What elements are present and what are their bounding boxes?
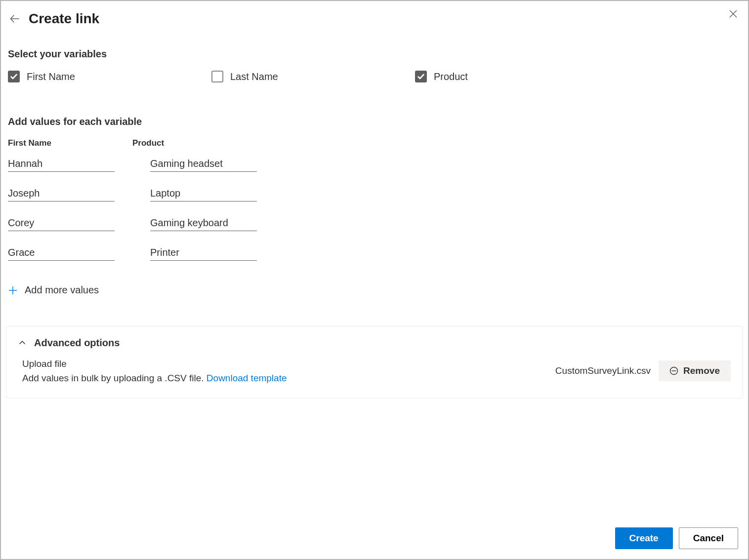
advanced-options-title: Advanced options — [34, 337, 120, 349]
first-name-input[interactable] — [8, 155, 115, 172]
checkbox-last-name[interactable] — [211, 71, 223, 82]
add-more-label: Add more values — [25, 284, 99, 296]
product-input[interactable] — [150, 185, 257, 201]
variable-label: Product — [434, 71, 468, 82]
remove-icon — [669, 366, 678, 375]
advanced-options-panel: Advanced options Upload file Add values … — [6, 326, 743, 399]
footer: Create Cancel — [615, 527, 738, 549]
advanced-options-toggle[interactable]: Advanced options — [18, 337, 731, 349]
checkmark-icon — [417, 73, 425, 80]
column-header-first-name: First Name — [8, 138, 97, 148]
variable-label: First Name — [27, 71, 75, 82]
remove-file-button[interactable]: Remove — [659, 360, 731, 381]
remove-label: Remove — [683, 365, 720, 376]
product-input[interactable] — [150, 214, 257, 231]
add-values-heading: Add values for each variable — [8, 116, 741, 127]
plus-icon — [8, 285, 18, 295]
page-title: Create link — [29, 11, 99, 27]
variable-label: Last Name — [230, 71, 278, 82]
column-header-product: Product — [132, 138, 221, 148]
checkbox-first-name[interactable] — [8, 71, 20, 82]
create-button[interactable]: Create — [615, 527, 673, 549]
back-button[interactable] — [8, 12, 22, 26]
select-variables-heading: Select your variables — [8, 48, 741, 60]
upload-description: Add values in bulk by uploading a .CSV f… — [22, 373, 204, 383]
table-row — [8, 185, 741, 201]
upload-text: Upload file Add values in bulk by upload… — [22, 357, 287, 386]
first-name-input[interactable] — [8, 185, 115, 201]
download-template-link[interactable]: Download template — [207, 373, 287, 383]
variables-row: First Name Last Name Product — [8, 71, 741, 82]
table-row — [8, 244, 741, 261]
checkmark-icon — [10, 73, 18, 80]
first-name-input[interactable] — [8, 214, 115, 231]
arrow-left-icon — [9, 13, 20, 24]
cancel-button[interactable]: Cancel — [679, 527, 738, 549]
checkbox-product[interactable] — [415, 71, 427, 82]
add-more-values-button[interactable]: Add more values — [8, 284, 99, 296]
first-name-input[interactable] — [8, 244, 115, 261]
close-button[interactable] — [725, 6, 741, 22]
product-input[interactable] — [150, 155, 257, 172]
product-input[interactable] — [150, 244, 257, 261]
table-row — [8, 214, 741, 231]
chevron-up-icon — [18, 339, 26, 347]
close-icon — [729, 9, 738, 18]
uploaded-file-name: CustomSurveyLink.csv — [555, 365, 651, 376]
table-row — [8, 155, 741, 172]
upload-label: Upload file — [22, 357, 287, 371]
